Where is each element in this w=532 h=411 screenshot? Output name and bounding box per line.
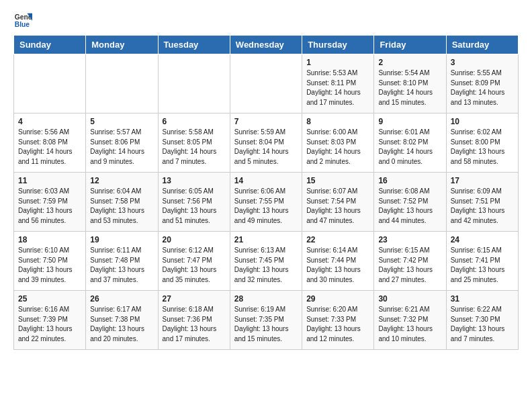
- calendar-cell: [86, 54, 158, 113]
- calendar-cell: [14, 54, 86, 113]
- day-info: Sunrise: 5:53 AM Sunset: 8:11 PM Dayligh…: [306, 68, 369, 107]
- day-info: Sunrise: 5:57 AM Sunset: 8:06 PM Dayligh…: [90, 128, 153, 167]
- calendar-week-2: 4Sunrise: 5:56 AM Sunset: 8:08 PM Daylig…: [14, 113, 519, 173]
- day-info: Sunrise: 5:59 AM Sunset: 8:04 PM Dayligh…: [234, 128, 298, 167]
- calendar-cell: 20Sunrise: 6:12 AM Sunset: 7:47 PM Dayli…: [158, 232, 230, 291]
- day-number: 10: [451, 117, 514, 126]
- day-number: 14: [234, 176, 298, 185]
- calendar-cell: 30Sunrise: 6:21 AM Sunset: 7:32 PM Dayli…: [374, 291, 446, 350]
- calendar-body: 1Sunrise: 5:53 AM Sunset: 8:11 PM Daylig…: [14, 54, 519, 350]
- calendar-week-1: 1Sunrise: 5:53 AM Sunset: 8:11 PM Daylig…: [14, 54, 519, 113]
- calendar-cell: 26Sunrise: 6:17 AM Sunset: 7:38 PM Dayli…: [86, 291, 158, 350]
- day-info: Sunrise: 6:12 AM Sunset: 7:47 PM Dayligh…: [163, 246, 226, 285]
- day-number: 6: [163, 117, 226, 126]
- calendar-cell: 22Sunrise: 6:14 AM Sunset: 7:44 PM Dayli…: [302, 232, 374, 291]
- day-number: 18: [18, 235, 81, 244]
- calendar-cell: 2Sunrise: 5:54 AM Sunset: 8:10 PM Daylig…: [374, 54, 446, 113]
- day-number: 9: [378, 117, 441, 126]
- day-info: Sunrise: 6:19 AM Sunset: 7:35 PM Dayligh…: [234, 305, 298, 344]
- day-number: 24: [451, 235, 514, 244]
- calendar-cell: 7Sunrise: 5:59 AM Sunset: 8:04 PM Daylig…: [230, 113, 302, 173]
- day-number: 2: [378, 58, 441, 67]
- calendar-cell: 25Sunrise: 6:16 AM Sunset: 7:39 PM Dayli…: [14, 291, 86, 350]
- calendar-table: SundayMondayTuesdayWednesdayThursdayFrid…: [13, 35, 519, 350]
- day-info: Sunrise: 6:10 AM Sunset: 7:50 PM Dayligh…: [18, 246, 81, 285]
- calendar-cell: 3Sunrise: 5:55 AM Sunset: 8:09 PM Daylig…: [446, 54, 518, 113]
- calendar-cell: 13Sunrise: 6:05 AM Sunset: 7:56 PM Dayli…: [158, 173, 230, 232]
- calendar-cell: 27Sunrise: 6:18 AM Sunset: 7:36 PM Dayli…: [158, 291, 230, 350]
- day-number: 3: [451, 58, 514, 67]
- day-number: 28: [234, 294, 298, 304]
- day-number: 25: [18, 294, 81, 304]
- day-info: Sunrise: 6:13 AM Sunset: 7:45 PM Dayligh…: [234, 246, 298, 285]
- day-number: 30: [378, 294, 441, 304]
- calendar-cell: [230, 54, 302, 113]
- calendar-cell: 1Sunrise: 5:53 AM Sunset: 8:11 PM Daylig…: [302, 54, 374, 113]
- calendar-cell: 28Sunrise: 6:19 AM Sunset: 7:35 PM Dayli…: [230, 291, 302, 350]
- calendar-cell: 15Sunrise: 6:07 AM Sunset: 7:54 PM Dayli…: [302, 173, 374, 232]
- calendar-week-3: 11Sunrise: 6:03 AM Sunset: 7:59 PM Dayli…: [14, 173, 519, 232]
- day-info: Sunrise: 6:20 AM Sunset: 7:33 PM Dayligh…: [306, 305, 369, 344]
- calendar-cell: 9Sunrise: 6:01 AM Sunset: 8:02 PM Daylig…: [374, 113, 446, 173]
- day-number: 15: [306, 176, 369, 185]
- calendar-cell: 4Sunrise: 5:56 AM Sunset: 8:08 PM Daylig…: [14, 113, 86, 173]
- day-info: Sunrise: 6:15 AM Sunset: 7:42 PM Dayligh…: [378, 246, 441, 285]
- calendar-cell: 29Sunrise: 6:20 AM Sunset: 7:33 PM Dayli…: [302, 291, 374, 350]
- day-info: Sunrise: 5:58 AM Sunset: 8:05 PM Dayligh…: [163, 128, 226, 167]
- day-info: Sunrise: 6:21 AM Sunset: 7:32 PM Dayligh…: [378, 305, 441, 344]
- day-info: Sunrise: 5:56 AM Sunset: 8:08 PM Dayligh…: [18, 128, 81, 167]
- day-number: 8: [306, 117, 369, 126]
- day-number: 7: [234, 117, 298, 126]
- day-number: 1: [306, 58, 369, 67]
- day-number: 29: [306, 294, 369, 304]
- calendar-cell: 16Sunrise: 6:08 AM Sunset: 7:52 PM Dayli…: [374, 173, 446, 232]
- day-header-friday: Friday: [374, 36, 446, 54]
- day-number: 17: [451, 176, 514, 185]
- day-info: Sunrise: 5:54 AM Sunset: 8:10 PM Dayligh…: [378, 68, 441, 107]
- day-header-saturday: Saturday: [446, 36, 518, 54]
- day-info: Sunrise: 6:09 AM Sunset: 7:51 PM Dayligh…: [451, 187, 514, 226]
- day-number: 19: [90, 235, 153, 244]
- day-info: Sunrise: 5:55 AM Sunset: 8:09 PM Dayligh…: [451, 68, 514, 107]
- day-header-wednesday: Wednesday: [230, 36, 302, 54]
- day-number: 5: [90, 117, 153, 126]
- calendar-cell: 11Sunrise: 6:03 AM Sunset: 7:59 PM Dayli…: [14, 173, 86, 232]
- day-info: Sunrise: 6:15 AM Sunset: 7:41 PM Dayligh…: [451, 246, 514, 285]
- logo: General Blue: [13, 11, 32, 30]
- calendar-week-5: 25Sunrise: 6:16 AM Sunset: 7:39 PM Dayli…: [14, 291, 519, 350]
- day-number: 22: [306, 235, 369, 244]
- day-info: Sunrise: 6:11 AM Sunset: 7:48 PM Dayligh…: [90, 246, 153, 285]
- day-header-tuesday: Tuesday: [158, 36, 230, 54]
- calendar-cell: 5Sunrise: 5:57 AM Sunset: 8:06 PM Daylig…: [86, 113, 158, 173]
- calendar-cell: 21Sunrise: 6:13 AM Sunset: 7:45 PM Dayli…: [230, 232, 302, 291]
- calendar-cell: 24Sunrise: 6:15 AM Sunset: 7:41 PM Dayli…: [446, 232, 518, 291]
- day-info: Sunrise: 6:00 AM Sunset: 8:03 PM Dayligh…: [306, 128, 369, 167]
- day-number: 16: [378, 176, 441, 185]
- calendar-cell: 17Sunrise: 6:09 AM Sunset: 7:51 PM Dayli…: [446, 173, 518, 232]
- day-header-sunday: Sunday: [14, 36, 86, 54]
- calendar-cell: 8Sunrise: 6:00 AM Sunset: 8:03 PM Daylig…: [302, 113, 374, 173]
- logo-icon: General Blue: [13, 11, 32, 30]
- day-info: Sunrise: 6:01 AM Sunset: 8:02 PM Dayligh…: [378, 128, 441, 167]
- day-info: Sunrise: 6:16 AM Sunset: 7:39 PM Dayligh…: [18, 305, 81, 344]
- day-header-monday: Monday: [86, 36, 158, 54]
- calendar-cell: 10Sunrise: 6:02 AM Sunset: 8:00 PM Dayli…: [446, 113, 518, 173]
- day-info: Sunrise: 6:17 AM Sunset: 7:38 PM Dayligh…: [90, 305, 153, 344]
- day-info: Sunrise: 6:07 AM Sunset: 7:54 PM Dayligh…: [306, 187, 369, 226]
- day-header-thursday: Thursday: [302, 36, 374, 54]
- day-number: 4: [18, 117, 81, 126]
- day-info: Sunrise: 6:06 AM Sunset: 7:55 PM Dayligh…: [234, 187, 298, 226]
- day-info: Sunrise: 6:22 AM Sunset: 7:30 PM Dayligh…: [451, 305, 514, 344]
- calendar-cell: [158, 54, 230, 113]
- day-number: 12: [90, 176, 153, 185]
- day-info: Sunrise: 6:03 AM Sunset: 7:59 PM Dayligh…: [18, 187, 81, 226]
- day-number: 13: [163, 176, 226, 185]
- day-info: Sunrise: 6:14 AM Sunset: 7:44 PM Dayligh…: [306, 246, 369, 285]
- calendar-cell: 18Sunrise: 6:10 AM Sunset: 7:50 PM Dayli…: [14, 232, 86, 291]
- day-info: Sunrise: 6:18 AM Sunset: 7:36 PM Dayligh…: [163, 305, 226, 344]
- calendar-cell: 6Sunrise: 5:58 AM Sunset: 8:05 PM Daylig…: [158, 113, 230, 173]
- day-info: Sunrise: 6:02 AM Sunset: 8:00 PM Dayligh…: [451, 128, 514, 167]
- day-number: 21: [234, 235, 298, 244]
- day-number: 26: [90, 294, 153, 304]
- calendar-header: SundayMondayTuesdayWednesdayThursdayFrid…: [14, 36, 519, 54]
